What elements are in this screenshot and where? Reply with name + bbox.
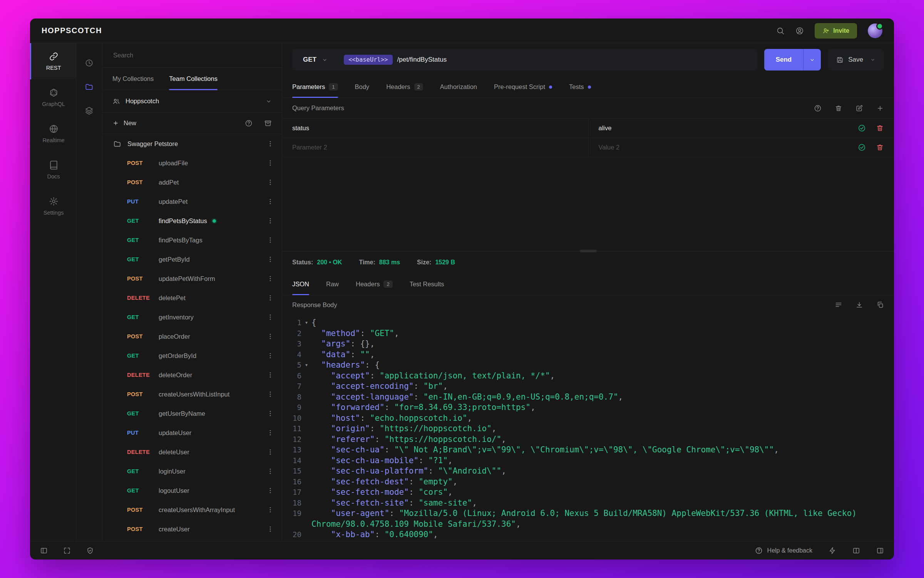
request-tab[interactable]: Headers 2 xyxy=(386,76,423,97)
copy-icon[interactable] xyxy=(876,301,884,309)
request-item[interactable]: PUT updatePet xyxy=(102,192,282,211)
request-item[interactable]: GET findPetsByStatus xyxy=(102,211,282,230)
kebab-menu-icon[interactable] xyxy=(266,410,274,417)
invite-button[interactable]: Invite xyxy=(815,23,857,39)
response-tab[interactable]: Headers 2 xyxy=(356,274,393,295)
fold-icon[interactable] xyxy=(301,477,311,487)
request-item[interactable]: DELETE deleteOrder xyxy=(102,365,282,385)
interceptor-icon[interactable] xyxy=(86,547,94,554)
fold-icon[interactable] xyxy=(301,445,311,455)
kebab-menu-icon[interactable] xyxy=(266,198,274,205)
help-icon[interactable] xyxy=(814,104,822,112)
request-item[interactable]: GET logoutUser xyxy=(102,481,282,500)
toggle-sidebar-icon[interactable] xyxy=(40,547,48,554)
param-value-input[interactable]: Value 2 xyxy=(599,144,858,151)
nav-item-rest[interactable]: REST xyxy=(30,43,76,79)
request-item[interactable]: POST uploadFile xyxy=(102,153,282,173)
request-item[interactable]: DELETE deletePet xyxy=(102,288,282,307)
resize-handle[interactable] xyxy=(580,250,597,252)
request-item[interactable]: POST createUsersWithListInput xyxy=(102,385,282,404)
fold-icon[interactable] xyxy=(301,328,311,339)
request-item[interactable]: GET findPetsByTags xyxy=(102,230,282,250)
fold-icon[interactable] xyxy=(301,529,311,540)
response-tab[interactable]: Test Results xyxy=(410,274,444,295)
bulk-edit-icon[interactable] xyxy=(855,104,863,112)
kebab-menu-icon[interactable] xyxy=(266,487,274,494)
send-options-button[interactable] xyxy=(803,49,821,71)
fold-icon[interactable] xyxy=(301,349,311,360)
kebab-menu-icon[interactable] xyxy=(266,159,274,167)
import-export-icon[interactable] xyxy=(264,119,272,127)
kebab-menu-icon[interactable] xyxy=(266,178,274,186)
plus-icon[interactable] xyxy=(112,120,119,126)
request-tab[interactable]: Parameters 1 xyxy=(292,76,338,97)
rail-item-collections[interactable] xyxy=(76,75,102,99)
response-tab[interactable]: JSON xyxy=(292,274,309,295)
kebab-menu-icon[interactable] xyxy=(266,140,274,148)
kebab-menu-icon[interactable] xyxy=(266,333,274,340)
response-body-editor[interactable]: 1▾ { 2 "method": "GET", 3 "args": {}, 4 … xyxy=(282,314,894,541)
fold-icon[interactable] xyxy=(301,434,311,445)
kebab-menu-icon[interactable] xyxy=(266,506,274,514)
param-delete-icon[interactable] xyxy=(876,124,884,132)
nav-item-docs[interactable]: Docs xyxy=(30,152,76,188)
kebab-menu-icon[interactable] xyxy=(266,525,274,533)
method-select[interactable]: GET xyxy=(292,56,338,64)
request-tab[interactable]: Authorization xyxy=(440,76,477,97)
fold-icon[interactable] xyxy=(301,466,311,477)
download-icon[interactable] xyxy=(855,301,863,309)
account-icon[interactable] xyxy=(795,27,804,35)
request-item[interactable]: POST updatePetWithForm xyxy=(102,269,282,288)
rail-item-environments[interactable] xyxy=(76,99,102,123)
wrap-lines-icon[interactable] xyxy=(835,301,842,309)
param-key-input[interactable]: status xyxy=(282,119,588,138)
avatar[interactable] xyxy=(868,24,882,38)
kebab-menu-icon[interactable] xyxy=(266,352,274,360)
fold-icon[interactable] xyxy=(301,392,311,403)
kebab-menu-icon[interactable] xyxy=(266,275,274,282)
kebab-menu-icon[interactable] xyxy=(266,217,274,225)
help-feedback-button[interactable]: Help & feedback xyxy=(755,547,812,554)
request-item[interactable]: POST addPet xyxy=(102,173,282,192)
delete-all-icon[interactable] xyxy=(835,104,842,112)
send-button[interactable]: Send xyxy=(764,49,803,71)
kebab-menu-icon[interactable] xyxy=(266,429,274,437)
fold-icon[interactable]: ▾ xyxy=(301,318,311,328)
search-icon[interactable] xyxy=(776,27,785,35)
kebab-menu-icon[interactable] xyxy=(266,255,274,263)
request-item[interactable]: GET loginUser xyxy=(102,462,282,481)
fold-icon[interactable] xyxy=(301,540,311,541)
param-delete-icon[interactable] xyxy=(876,143,884,151)
request-tab[interactable]: Body xyxy=(355,76,370,97)
fold-icon[interactable] xyxy=(301,487,311,498)
team-selector[interactable]: Hoppscotch xyxy=(102,90,282,113)
toggle-right-panel-icon[interactable] xyxy=(876,547,884,554)
save-button[interactable]: Save xyxy=(828,49,884,71)
kebab-menu-icon[interactable] xyxy=(266,236,274,244)
param-value-input[interactable]: alive xyxy=(599,124,858,132)
help-icon[interactable] xyxy=(245,119,253,127)
kebab-menu-icon[interactable] xyxy=(266,467,274,475)
add-param-icon[interactable] xyxy=(876,104,884,112)
nav-item-settings[interactable]: Settings xyxy=(30,188,76,224)
request-item[interactable]: POST placeOrder xyxy=(102,327,282,346)
url-input[interactable]: <<baseUrl>> /pet/findByStatus xyxy=(338,55,447,65)
fold-icon[interactable] xyxy=(301,423,311,434)
param-key-input[interactable]: Parameter 2 xyxy=(282,138,588,157)
response-tab[interactable]: Raw xyxy=(326,274,339,295)
request-item[interactable]: DELETE deleteUser xyxy=(102,442,282,462)
request-item[interactable]: GET getOrderById xyxy=(102,346,282,365)
shortcuts-icon[interactable] xyxy=(829,547,836,554)
fold-icon[interactable] xyxy=(301,508,311,529)
request-tab[interactable]: Pre-request Script xyxy=(494,76,552,97)
kebab-menu-icon[interactable] xyxy=(266,294,274,302)
request-item[interactable]: GET getPetById xyxy=(102,250,282,269)
param-active-toggle-icon[interactable] xyxy=(858,124,866,132)
request-item[interactable]: PUT updateUser xyxy=(102,423,282,442)
collections-tab[interactable]: My Collections xyxy=(112,68,154,90)
kebab-menu-icon[interactable] xyxy=(266,313,274,321)
fold-icon[interactable] xyxy=(301,381,311,392)
kebab-menu-icon[interactable] xyxy=(266,371,274,379)
fold-icon[interactable] xyxy=(301,371,311,381)
column-layout-icon[interactable] xyxy=(852,547,860,554)
